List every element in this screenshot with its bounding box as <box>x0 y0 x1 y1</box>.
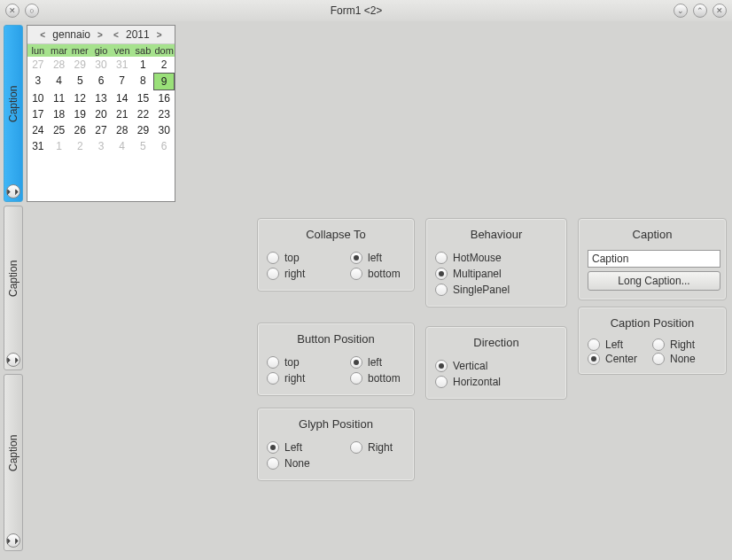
radio-singlepanel[interactable]: SinglePanel <box>435 282 557 298</box>
radio-dot-icon <box>350 356 362 369</box>
radio-left[interactable]: left <box>350 356 412 369</box>
calendar-grid: 2728293031123456789101112131415161718192… <box>27 57 175 154</box>
calendar-day[interactable]: 17 <box>27 106 49 122</box>
side-panel-toggle-icon[interactable]: ⏵⏵ <box>6 533 20 548</box>
radio-label: None <box>670 353 696 365</box>
caption-input[interactable] <box>588 250 720 268</box>
calendar-dow: dom <box>153 44 175 57</box>
calendar-day[interactable]: 1 <box>49 138 70 154</box>
calendar-month[interactable]: gennaio <box>49 28 94 41</box>
calendar-day[interactable]: 22 <box>133 106 154 122</box>
calendar-day[interactable]: 2 <box>69 138 90 154</box>
radio-dot-icon <box>588 338 600 351</box>
maximize-button[interactable]: ⌃ <box>693 4 707 18</box>
calendar-day[interactable]: 23 <box>153 106 175 122</box>
calendar-day[interactable]: 31 <box>112 57 133 73</box>
side-panel-toggle-icon[interactable]: ⏵⏵ <box>6 353 20 367</box>
side-panel-3[interactable]: Caption ⏵⏵ <box>4 374 23 551</box>
app-menu-icon[interactable]: ✕ <box>5 4 19 18</box>
calendar-dow-row: lunmarmergiovensabdom <box>27 44 175 57</box>
calendar-day[interactable]: 29 <box>69 57 90 73</box>
radio-none[interactable]: None <box>652 353 717 365</box>
radio-right[interactable]: Right <box>350 441 412 454</box>
calendar-day[interactable]: 27 <box>90 122 112 138</box>
calendar-day[interactable]: 3 <box>27 73 49 90</box>
radio-horizontal[interactable]: Horizontal <box>435 374 557 390</box>
calendar-day[interactable]: 19 <box>69 106 90 122</box>
calendar-day[interactable]: 2 <box>153 57 175 73</box>
calendar-day[interactable]: 6 <box>90 73 112 90</box>
calendar-year[interactable]: 2011 <box>122 28 153 41</box>
calendar-day[interactable]: 10 <box>27 90 49 106</box>
radio-label: right <box>284 268 305 280</box>
radio-top[interactable]: top <box>267 356 329 369</box>
radio-bottom[interactable]: bottom <box>350 268 412 280</box>
calendar-day[interactable]: 29 <box>133 122 154 138</box>
calendar-day[interactable]: 14 <box>112 90 133 106</box>
radio-dot-icon <box>435 252 448 264</box>
radio-multipanel[interactable]: Multipanel <box>435 266 557 282</box>
calendar-day[interactable]: 16 <box>153 90 175 106</box>
calendar-day[interactable]: 4 <box>112 138 133 154</box>
radio-left[interactable]: Left <box>267 441 329 454</box>
calendar[interactable]: < gennaio > < 2011 > lunmarmergiovensabd… <box>27 25 175 202</box>
calendar-day[interactable]: 20 <box>90 106 112 122</box>
radio-none[interactable]: None <box>267 457 329 470</box>
radio-dot-icon <box>435 268 448 280</box>
group-title: Caption <box>588 228 717 241</box>
calendar-day[interactable]: 26 <box>69 122 90 138</box>
calendar-day[interactable]: 28 <box>112 122 133 138</box>
calendar-day[interactable]: 21 <box>112 106 133 122</box>
calendar-day[interactable]: 3 <box>90 138 112 154</box>
calendar-day[interactable]: 30 <box>153 122 175 138</box>
radio-hotmouse[interactable]: HotMouse <box>435 250 557 266</box>
radio-dot-icon <box>652 353 665 365</box>
calendar-day[interactable]: 25 <box>49 122 70 138</box>
side-panel-1[interactable]: Caption ⏵⏵ <box>4 25 23 202</box>
radio-dot-icon <box>267 457 279 470</box>
side-panel-toggle-icon[interactable]: ⏵⏵ <box>6 184 20 198</box>
radio-left[interactable]: Left <box>588 338 652 351</box>
calendar-day[interactable]: 15 <box>133 90 154 106</box>
calendar-day[interactable]: 31 <box>27 138 49 154</box>
window-icon[interactable]: ○ <box>25 4 39 18</box>
radio-dot-icon <box>350 252 362 264</box>
calendar-day[interactable]: 12 <box>69 90 90 106</box>
radio-top[interactable]: top <box>267 252 329 264</box>
next-month-icon[interactable]: > <box>94 27 106 42</box>
radio-bottom[interactable]: bottom <box>350 372 412 385</box>
radio-right[interactable]: right <box>267 372 329 385</box>
prev-year-icon[interactable]: < <box>110 27 122 42</box>
calendar-day[interactable]: 4 <box>49 73 70 90</box>
calendar-day[interactable]: 18 <box>49 106 70 122</box>
radio-right[interactable]: Right <box>652 338 717 351</box>
radio-dot-icon <box>350 441 362 454</box>
calendar-day[interactable]: 11 <box>49 90 70 106</box>
side-panel-2[interactable]: Caption ⏵⏵ <box>4 206 23 370</box>
calendar-day[interactable]: 30 <box>90 57 112 73</box>
radio-vertical[interactable]: Vertical <box>435 358 557 374</box>
calendar-day[interactable]: 27 <box>27 57 49 73</box>
radio-center[interactable]: Center <box>588 353 652 365</box>
close-button[interactable]: ✕ <box>713 4 727 18</box>
prev-month-icon[interactable]: < <box>36 27 49 42</box>
radio-right[interactable]: right <box>267 268 329 280</box>
calendar-day[interactable]: 5 <box>133 138 154 154</box>
calendar-day[interactable]: 9 <box>153 73 175 90</box>
calendar-day[interactable]: 24 <box>27 122 49 138</box>
next-year-icon[interactable]: > <box>153 27 166 42</box>
calendar-day[interactable]: 13 <box>90 90 112 106</box>
calendar-day[interactable]: 7 <box>112 73 133 90</box>
radio-dot-icon <box>435 284 448 296</box>
calendar-day[interactable]: 8 <box>133 73 154 90</box>
calendar-day[interactable]: 6 <box>153 138 175 154</box>
minimize-button[interactable]: ⌄ <box>674 4 688 18</box>
calendar-day[interactable]: 1 <box>133 57 154 73</box>
calendar-dow: sab <box>133 44 154 57</box>
calendar-day[interactable]: 28 <box>49 57 70 73</box>
radio-label: left <box>368 252 382 264</box>
calendar-day[interactable]: 5 <box>69 73 90 90</box>
radio-left[interactable]: left <box>350 252 412 264</box>
long-caption-button[interactable]: Long Caption... <box>588 271 720 291</box>
button-position-group: Button Position topleftrightbottom <box>257 323 415 396</box>
